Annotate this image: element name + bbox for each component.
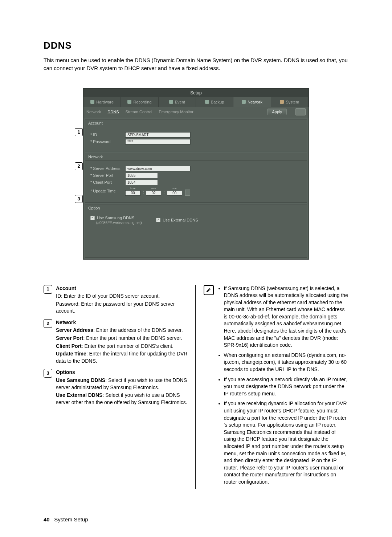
section-network-header: Network <box>85 153 307 161</box>
hardware-icon <box>90 100 94 104</box>
backup-icon <box>205 100 209 104</box>
client-port-field[interactable]: 1054 <box>125 180 158 185</box>
page-number: 40_ <box>44 516 53 522</box>
legend-account-pw: Password: Enter the password for your DD… <box>56 301 189 315</box>
tab-hardware-label: Hardware <box>96 100 114 104</box>
subtab-network[interactable]: Network <box>86 110 101 114</box>
hour-header: hour <box>130 187 136 190</box>
network-icon <box>242 100 246 104</box>
server-port-term: Server Port <box>56 335 83 341</box>
system-icon <box>280 100 284 104</box>
hour-field[interactable]: 00 <box>125 190 140 196</box>
subtab-stream[interactable]: Stream Control <box>126 110 152 114</box>
note-item: If you are receiving dynamic IP allocati… <box>224 400 349 485</box>
external-ddns-checkbox[interactable]: ✓ <box>156 218 160 222</box>
sub-tabs: Network DDNS Stream Control Emergency Mo… <box>83 107 309 118</box>
legend-num-1: 1 <box>44 285 52 294</box>
tab-backup-label: Backup <box>211 100 224 104</box>
note-item: If Samsung DDNS (websamsung.net) is sele… <box>224 285 349 349</box>
server-port-desc: : Enter the port number of the DDNS serv… <box>83 335 182 341</box>
samsung-note: (a0036FE.websamsung.net) <box>96 221 145 225</box>
callout-1: 1 <box>75 128 83 136</box>
page-footer: 40_ System Setup <box>44 516 88 522</box>
section-account-header: Account <box>85 119 307 127</box>
tab-event-label: Event <box>175 100 185 104</box>
server-port-field[interactable]: 1055 <box>125 173 158 178</box>
footer-section: System Setup <box>54 516 88 522</box>
samsung-ddns-checkbox[interactable]: ✓ <box>90 216 95 220</box>
note-item: When configuring an external DDNS (dyndn… <box>224 352 349 373</box>
legend-network-title: Network <box>56 319 189 326</box>
setup-window: Setup Hardware Recording Event Backup Ne… <box>83 88 309 260</box>
window-title: Setup <box>83 89 309 97</box>
id-field[interactable]: SPR-SMART <box>125 132 191 138</box>
colon: : <box>143 190 144 196</box>
tab-system-label: System <box>286 100 299 104</box>
colon: : <box>163 190 164 196</box>
note-icon <box>204 285 214 295</box>
tab-network-label: Network <box>248 100 262 104</box>
client-port-term: Client Port <box>56 343 82 349</box>
apply-button[interactable]: Apply <box>267 109 287 115</box>
password-label: * Password <box>90 139 125 144</box>
time-stepper[interactable] <box>185 190 190 196</box>
use-samsung-term: Use Samsung DDNS <box>56 377 105 383</box>
legend-account-title: Account <box>56 285 189 292</box>
event-icon <box>169 100 173 104</box>
notes-list: If Samsung DDNS (websamsung.net) is sele… <box>217 285 349 489</box>
min-field[interactable]: 02 <box>146 190 161 196</box>
server-address-term: Server Address <box>56 327 93 333</box>
section-network: Network * Server Addresswww.drsvr.com * … <box>85 153 307 203</box>
intro-text: This menu can be used to enable the DDNS… <box>44 56 348 72</box>
legend-account-id: ID: Enter the ID of your DDNS server acc… <box>56 293 189 300</box>
tab-system[interactable]: System <box>271 97 309 107</box>
tab-recording-label: Recording <box>133 100 151 104</box>
tab-backup[interactable]: Backup <box>196 97 233 107</box>
client-port-label: * Client Port <box>90 180 125 184</box>
section-option-header: Option <box>85 204 307 212</box>
top-tabs: Hardware Recording Event Backup Network … <box>83 97 309 107</box>
recording-icon <box>127 100 131 104</box>
tab-network[interactable]: Network <box>233 97 271 107</box>
external-ddns-label: Use External DDNS <box>163 218 198 222</box>
server-port-label: * Server Port <box>90 173 125 178</box>
sec-field[interactable]: 00 <box>167 190 182 196</box>
client-port-desc: : Enter the port number of DDNS's client… <box>82 343 173 349</box>
section-account: Account * IDSPR-SMART * Password**** <box>85 119 307 151</box>
use-external-term: Use External DDNS <box>56 392 102 398</box>
subtab-emergency[interactable]: Emergency Monitor <box>159 110 193 114</box>
update-time-label: * Update Time <box>90 189 125 193</box>
note-item: If you are accessing a network directly … <box>224 376 349 398</box>
callout-3: 3 <box>75 195 83 203</box>
section-option: Option ✓ Use Samsung DDNS (a0036FE.websa… <box>85 204 307 258</box>
password-field[interactable]: **** <box>125 139 191 145</box>
tab-event[interactable]: Event <box>159 97 196 107</box>
server-address-label: * Server Address <box>90 166 125 171</box>
update-time-term: Update Time <box>56 351 86 357</box>
server-address-field[interactable]: www.drsvr.com <box>125 166 191 171</box>
legend-options-title: Options <box>56 369 189 376</box>
legend-num-3: 3 <box>44 369 52 378</box>
legend-num-2: 2 <box>44 319 52 328</box>
id-label: * ID <box>90 133 125 137</box>
server-address-desc: : Enter the address of the DDNS server. <box>93 327 183 333</box>
min-header: min <box>151 187 156 190</box>
page-title: DDNS <box>44 40 348 51</box>
sec-header: sec <box>172 187 176 190</box>
tab-hardware[interactable]: Hardware <box>83 97 121 107</box>
tab-recording[interactable]: Recording <box>121 97 158 107</box>
keyboard-icon[interactable] <box>295 108 306 115</box>
callout-2: 2 <box>75 162 83 170</box>
subtab-ddns[interactable]: DDNS <box>107 110 119 114</box>
samsung-ddns-label: Use Samsung DDNS <box>97 216 134 220</box>
